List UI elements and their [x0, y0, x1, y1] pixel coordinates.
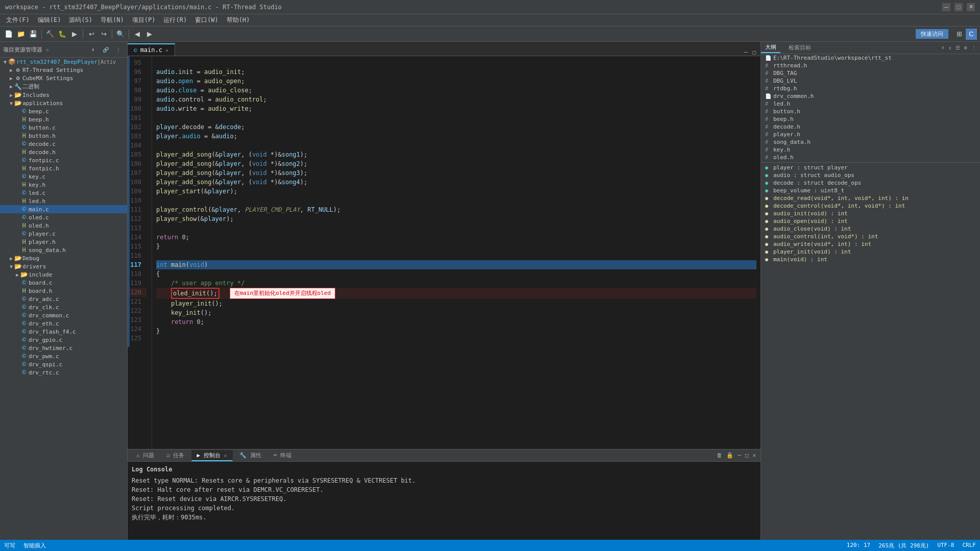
menu-file[interactable]: 文件(F) [2, 15, 34, 26]
tree-item-button-h[interactable]: Hbutton.h [0, 132, 127, 140]
tree-item-decode-c[interactable]: ©decode.c [0, 140, 127, 148]
debug-button[interactable]: 🐛 [57, 29, 68, 40]
collapse-all-button[interactable]: ⬆ [87, 44, 99, 55]
tree-item-led-c[interactable]: ©led.c [0, 189, 127, 197]
tree-item-beep-c[interactable]: ©beep.c [0, 107, 127, 115]
tree-item-drv-adc-c[interactable]: ©drv_adc.c [0, 295, 127, 303]
tree-item-key-c[interactable]: ©key.c [0, 172, 127, 181]
tree-item-fontpic-h[interactable]: Hfontpic.h [0, 164, 127, 172]
tree-item-include2[interactable]: ▶📂include [0, 270, 127, 279]
outline-oled-h[interactable]: # oled.h [761, 154, 980, 161]
tree-item-board-c[interactable]: ©board.c [0, 279, 127, 287]
tab-tasks[interactable]: ☑ 任务 [161, 450, 190, 461]
outline-decode-read-func[interactable]: ● decode_read(void*, int, void*, int) : … [761, 194, 980, 202]
tree-item-includes[interactable]: ▶ 📂 Includes [0, 91, 127, 99]
tree-item-root[interactable]: ▼ 📦 rtt_stm32f407_BeepPlayer [Activ [0, 58, 127, 66]
outline-decode-h[interactable]: # decode.h [761, 123, 980, 131]
tree-item-drv-common-c[interactable]: ©drv_common.c [0, 311, 127, 319]
outline-dbg-lvl[interactable]: # DBG_LVL [761, 77, 980, 85]
close-button[interactable]: ✕ [967, 3, 975, 11]
tree-item-drivers[interactable]: ▼ 📂 drivers [0, 262, 127, 270]
menu-source[interactable]: 源码(S) [65, 15, 96, 26]
prev-button[interactable]: ◀ [132, 29, 143, 40]
outline-audio-close-func[interactable]: ● audio_close(void) : int [761, 225, 980, 233]
tree-item-binary[interactable]: ▶ 🔧 二进制 [0, 82, 127, 91]
quick-access-button[interactable]: 快速访问 [916, 29, 948, 39]
build-button[interactable]: 🔨 [44, 29, 56, 40]
tab-problems[interactable]: ⚠ 问题 [131, 450, 160, 461]
minimize-button[interactable]: ─ [942, 3, 950, 11]
tree-item-player-c[interactable]: ©player.c [0, 230, 127, 238]
tree-item-drv-rtc-c[interactable]: ©drv_rtc.c [0, 368, 127, 377]
outline-audio-var[interactable]: ● audio : struct audio_ops [761, 171, 980, 179]
tree-item-oled-h[interactable]: Holed.h [0, 221, 127, 230]
outline-beep-h[interactable]: # beep.h [761, 115, 980, 123]
tree-item-drv-gpio-c[interactable]: ©drv_gpio.c [0, 336, 127, 344]
outline-rtdbg-h[interactable]: # rtdbg.h [761, 85, 980, 92]
tree-item-drv-flash-c[interactable]: ©drv_flash_f4.c [0, 328, 127, 336]
outline-dbg-tag[interactable]: # DBG_TAG [761, 69, 980, 77]
tree-item-button-c[interactable]: ©button.c [0, 123, 127, 132]
outline-audio-write-func[interactable]: ● audio_write(void*, int) : int [761, 240, 980, 248]
tree-item-fontpic-c[interactable]: ©fontpic.c [0, 156, 127, 164]
link-editor-button[interactable]: 🔗 [100, 44, 111, 55]
code-view-button[interactable]: C [966, 29, 977, 40]
outline-decode-control-func[interactable]: ● decode_control(void*, int, void*) : in… [761, 202, 980, 210]
code-lines-area[interactable]: audio.init = audio_init; audio.open = au… [152, 56, 761, 449]
code-editor[interactable]: 95 96 97 98 99 100 101 102 103 104 105 1… [128, 56, 761, 449]
tree-item-beep-h[interactable]: Hbeep.h [0, 115, 127, 123]
outline-decode-var[interactable]: ● decode : struct decode_ops [761, 179, 980, 187]
tree-item-drv-eth-c[interactable]: ©drv_eth.c [0, 319, 127, 328]
code-content-area[interactable]: 95 96 97 98 99 100 101 102 103 104 105 1… [128, 56, 761, 449]
tree-item-oled-c[interactable]: ©oled.c [0, 213, 127, 221]
tree-item-drv-qspi-c[interactable]: ©drv_qspi.c [0, 360, 127, 368]
outline-path-item[interactable]: 📄 E:\RT-ThreadStudio\workspace\rtt_st [761, 54, 980, 62]
outline-player-h[interactable]: # player.h [761, 131, 980, 138]
tab-main-c[interactable]: © main.c ✕ [128, 43, 175, 56]
maximize-button[interactable]: □ [954, 3, 963, 11]
tab-properties[interactable]: 🔧 属性 [234, 450, 267, 461]
menu-help[interactable]: 帮助(H) [223, 15, 254, 26]
tree-item-cubemx[interactable]: ▶ ⚙ CubeMX Settings [0, 74, 127, 82]
tree-item-decode-h[interactable]: Hdecode.h [0, 148, 127, 156]
outline-audio-init-func[interactable]: ● audio_init(void) : int [761, 210, 980, 217]
tree-item-drv-clk-c[interactable]: ©drv_clk.c [0, 303, 127, 311]
tree-item-drv-hwtimer-c[interactable]: ©drv_hwtimer.c [0, 344, 127, 352]
tree-item-debug[interactable]: ▶ 📂 Debug [0, 254, 127, 262]
tree-item-song-data-h[interactable]: Hsong_data.h [0, 246, 127, 254]
console-scroll-lock-button[interactable]: 🔒 [725, 452, 735, 459]
outline-song-data-h[interactable]: # song_data.h [761, 138, 980, 146]
redo-button[interactable]: ↪ [98, 29, 109, 40]
outline-sort-button[interactable]: ↕ [947, 44, 953, 51]
outline-audio-open-func[interactable]: ● audio_open(void) : int [761, 217, 980, 225]
tab-close-button[interactable]: ✕ [165, 47, 168, 53]
outline-button-h[interactable]: # button.h [761, 108, 980, 115]
outline-drv-common-h[interactable]: 📄 drv_common.h [761, 92, 980, 100]
outline-main-func[interactable]: ● main(void) : int [761, 256, 980, 263]
tree-item-key-h[interactable]: Hkey.h [0, 181, 127, 189]
undo-button[interactable]: ↩ [86, 29, 97, 40]
console-maximize-button[interactable]: □ [744, 452, 750, 459]
tree-item-applications[interactable]: ▼ 📂 applications [0, 99, 127, 107]
new-button[interactable]: 📄 [3, 29, 14, 40]
outline-rtthread-h[interactable]: # rtthread.h [761, 62, 980, 69]
run-button[interactable]: ▶ [69, 29, 80, 40]
open-button[interactable]: 📁 [15, 29, 27, 40]
outline-settings-button[interactable]: ⚙ [963, 44, 969, 51]
tab-maximize-button[interactable]: □ [751, 49, 757, 56]
outline-menu-button[interactable]: ⋮ [970, 44, 978, 51]
outline-led-h[interactable]: # led.h [761, 100, 980, 108]
outline-collapse-button[interactable]: ⬆ [940, 44, 946, 51]
outline-filter-button[interactable]: ☰ [954, 44, 962, 51]
next-button[interactable]: ▶ [144, 29, 155, 40]
console-minimize-button[interactable]: ─ [736, 452, 743, 459]
tab-console[interactable]: ▶ 控制台 ☆ [191, 450, 233, 461]
menu-run[interactable]: 运行(R) [159, 15, 191, 26]
outline-tab[interactable]: 大纲 [761, 42, 780, 53]
tree-item-drv-pwm-c[interactable]: ©drv_pwm.c [0, 352, 127, 360]
tree-item-main-c[interactable]: ©main.c [0, 205, 127, 213]
outline-player-init-func[interactable]: ● player_init(void) : int [761, 248, 980, 256]
search-button[interactable]: 🔍 [115, 29, 126, 40]
outline-player-var[interactable]: ● player : struct player [761, 164, 980, 171]
tree-item-rtthread[interactable]: ▶ ⚙ RT-Thread Settings [0, 66, 127, 74]
